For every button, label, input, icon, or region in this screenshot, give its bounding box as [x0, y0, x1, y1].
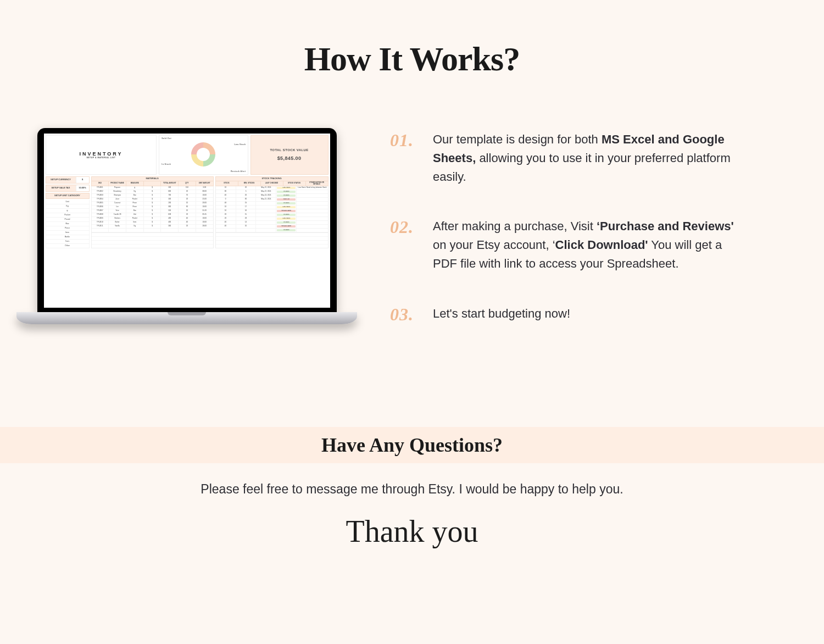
- chart-label: Sold Out: [162, 137, 171, 140]
- total-stock-label: TOTAL STOCK VALUE: [270, 148, 308, 152]
- table-row: 030May 22, 2024Sold Out: [216, 198, 328, 202]
- chart-label: Restock Alert: [231, 170, 246, 173]
- table-row: TP-0006IcePiece$3003010.00: [92, 206, 213, 209]
- table-row: TP-0005CoconutPiece$2001020.00: [92, 202, 213, 206]
- materials-table-columns: SKUPRODUCT NAMEMEASURETOTAL AMOUNTQTYUNI…: [91, 181, 214, 186]
- step-item: 02.After making a purchase, Visit ‘Purch…: [390, 217, 791, 273]
- thank-you-text: Thank you: [346, 515, 478, 548]
- table-row: 4014In stock: [216, 221, 328, 225]
- questions-banner: Have Any Questions?: [0, 427, 824, 463]
- col-header: UNIT AMOUNT: [196, 181, 213, 186]
- col-header: STOCK STATUS: [283, 181, 305, 186]
- setup-currency-row: SETUP CURRENCY $: [46, 176, 90, 184]
- col-header: QTY: [178, 181, 196, 186]
- step-text: After making a purchase, Visit ‘Purchase…: [433, 217, 741, 273]
- step-text: Our template is design for both MS Excel…: [433, 130, 741, 186]
- setup-currency-label: SETUP CURRENCY: [46, 179, 76, 181]
- setup-tax-value: 10.00%: [76, 185, 89, 191]
- table-row: 4020May 24, 2024In stock: [216, 194, 328, 198]
- step-number: 02.: [390, 217, 421, 273]
- table-row: 4819In stock: [216, 202, 328, 206]
- laptop-mockup: INVENTORY SETUP & MATERIAL LIST Sold Out…: [16, 128, 357, 356]
- category-item: Kg: [46, 204, 90, 209]
- spreadsheet-preview: INVENTORY SETUP & MATERIAL LIST Sold Out…: [44, 134, 330, 308]
- category-item: Box: [46, 222, 90, 226]
- main-content-row: INVENTORY SETUP & MATERIAL LIST Sold Out…: [0, 128, 824, 356]
- table-filler: [91, 233, 214, 248]
- tracking-table-columns: STOCKMIN. STOCKSLAST CHECKEDSTOCK STATUS…: [215, 181, 329, 186]
- col-header: STOCK: [216, 181, 238, 186]
- laptop-base: [16, 312, 357, 324]
- laptop-screen: INVENTORY SETUP & MATERIAL LIST Sold Out…: [37, 128, 337, 312]
- table-row: 2028Low Stock: [216, 217, 328, 221]
- step-text: Let's start budgeting now!: [433, 304, 570, 325]
- inventory-card: INVENTORY SETUP & MATERIAL LIST: [46, 135, 157, 175]
- footer-message: Please feel free to message me through E…: [0, 482, 824, 497]
- col-header: OTHER NOTES OR DETAILS: [305, 181, 328, 186]
- setup-tax-row: SETUP SALE TAX 10.00%: [46, 185, 90, 192]
- category-item: Pound: [46, 218, 90, 222]
- table-filler: [215, 233, 329, 248]
- category-item: Bottle: [46, 235, 90, 240]
- materials-table: MATERIALS SKUPRODUCT NAMEMEASURETOTAL AM…: [91, 176, 214, 248]
- table-row: 4010Restock Alert: [216, 225, 328, 229]
- setup-tax-label: SETUP SALE TAX: [46, 187, 76, 190]
- category-item: Unit: [46, 200, 90, 204]
- col-header: [143, 181, 161, 186]
- table-row: TP-0003ShampooBox$7007010.00: [92, 194, 213, 198]
- table-row: [92, 229, 213, 232]
- table-row: TP-0004JuicePacket$5002025.00: [92, 198, 213, 202]
- table-row: TP-0010ButterItem$4004010.00: [92, 221, 213, 225]
- table-row: 1016Restock Alert: [216, 209, 328, 213]
- questions-title: Have Any Questions?: [321, 434, 503, 457]
- total-stock-card: TOTAL STOCK VALUE $5,845.00: [250, 135, 329, 175]
- col-header: LAST CHECKED: [260, 181, 283, 186]
- total-stock-value: $5,845.00: [277, 156, 302, 161]
- setup-currency-value: $: [76, 177, 89, 183]
- col-header: MEASURE: [126, 181, 143, 186]
- thank-you: Thank you: [0, 515, 824, 556]
- category-item: Item: [46, 231, 90, 235]
- tracking-table-header: STOCK TRACKING: [215, 176, 329, 181]
- setup-panel: SETUP CURRENCY $ SETUP SALE TAX 10.00% S…: [46, 176, 90, 248]
- tracking-table-body: 1020May 22, 2024Low StockLow Stock. Need…: [215, 186, 329, 233]
- table-row: 1017Low Stock: [216, 206, 328, 209]
- category-item: Cars: [46, 240, 90, 244]
- chart-label: In Stock: [162, 163, 171, 165]
- table-row: TP-0001Popcorng$5001503.33: [92, 186, 213, 190]
- inventory-subtitle: SETUP & MATERIAL LIST: [86, 157, 115, 159]
- donut-chart-card: Sold Out Low Stock In Stock Restock Aler…: [159, 135, 248, 175]
- inventory-title: INVENTORY: [79, 151, 123, 157]
- table-row: TP-0008Candle 28Unit$6332031.65: [92, 213, 213, 217]
- table-row: TP-0007VineBox$5561055.20: [92, 209, 213, 213]
- tracking-table: STOCK TRACKING STOCKMIN. STOCKSLAST CHEC…: [215, 176, 329, 248]
- table-row: 305May 22, 2024In stock: [216, 190, 328, 194]
- category-item: Piece: [46, 226, 90, 231]
- table-row: 1020May 22, 2024Low StockLow Stock. Need…: [216, 186, 328, 190]
- step-item: 03.Let's start budgeting now!: [390, 304, 791, 325]
- step-number: 03.: [390, 304, 421, 325]
- col-header: PRODUCT NAME: [108, 181, 126, 186]
- category-item: g: [46, 209, 90, 213]
- category-item: Other: [46, 244, 90, 248]
- step-item: 01.Our template is design for both MS Ex…: [390, 130, 791, 186]
- col-header: MIN. STOCKS: [238, 181, 260, 186]
- materials-table-header: MATERIALS: [91, 176, 214, 181]
- table-row: TP-0009StickersPacket$4004010.00: [92, 217, 213, 221]
- table-row: In stock: [216, 229, 328, 232]
- chart-label: Low Stock: [234, 143, 246, 146]
- category-list: UnitKggPacketPoundBoxPieceItemBottleCars…: [46, 200, 90, 248]
- table-row: 2015In stock: [216, 213, 328, 217]
- steps-list: 01.Our template is design for both MS Ex…: [390, 128, 791, 356]
- table-row: TP-0011VanillaKg$5602028.00: [92, 225, 213, 229]
- donut-chart-icon: [191, 142, 215, 166]
- page-title: How It Works?: [0, 0, 824, 79]
- table-row: TP-0002StrawberryKg$6002030.00: [92, 190, 213, 194]
- step-number: 01.: [390, 130, 421, 186]
- setup-category-header: SETUP UNIT CATEGORY: [46, 193, 90, 199]
- col-header: TOTAL AMOUNT: [160, 181, 178, 186]
- category-item: Packet: [46, 213, 90, 218]
- col-header: SKU: [92, 181, 109, 186]
- materials-table-body: TP-0001Popcorng$5001503.33TP-0002Strawbe…: [91, 186, 214, 233]
